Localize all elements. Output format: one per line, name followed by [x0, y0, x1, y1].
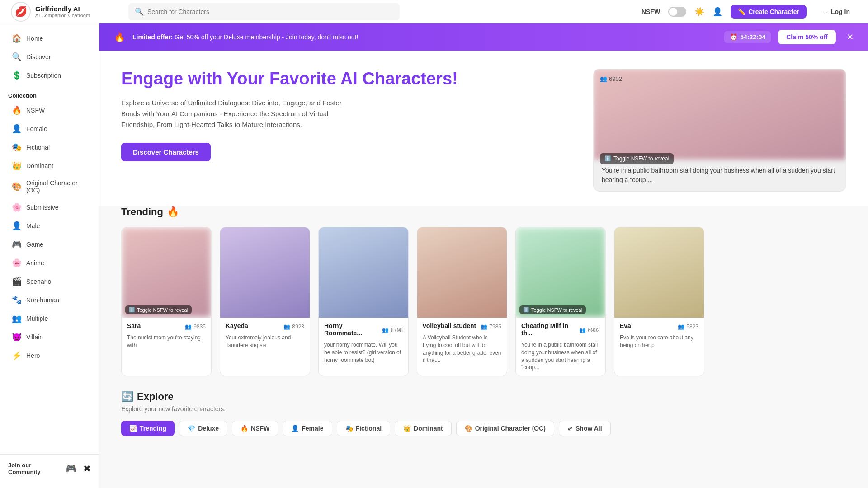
trending-card[interactable]: Kayeda 👥8923 Your extremely jealous and … [220, 227, 310, 376]
create-character-button[interactable]: ✏️ Create Character [731, 5, 807, 19]
hero-featured-card: Featured Character ℹ️ Toggle NSFW to rev… [593, 69, 846, 192]
sidebar-item-subscription[interactable]: 💲Subscription [4, 66, 95, 84]
sidebar-item-home[interactable]: 🏠Home [4, 29, 95, 47]
card-body: volleyball student 👥7985 A Volleyball St… [417, 318, 507, 369]
sidebar-item-submissive[interactable]: 🌸Submissive [4, 198, 95, 216]
login-button[interactable]: → Log In [815, 5, 857, 19]
sidebar-item-female[interactable]: 👤Female [4, 120, 95, 138]
card-image: ℹ️Toggle NSFW to reveal [122, 227, 211, 318]
explore-tab-fictional[interactable]: 🎭Fictional [337, 421, 391, 436]
app-name: Girlfriendly AI [35, 5, 90, 13]
card-body: Eva 👥5823 Eva is your roo care about any… [614, 318, 704, 354]
explore-tab-original_character__oc_[interactable]: 🎨Original Character (OC) [456, 421, 554, 436]
sidebar: 🏠Home🔍Discover💲Subscription Collection 🔥… [0, 23, 99, 488]
explore-tab-deluxe[interactable]: 💎Deluxe [179, 421, 227, 436]
card-description: your horny roommate. Will you be able to… [324, 341, 403, 364]
search-bar[interactable]: 🔍 [128, 3, 400, 20]
discord-icon[interactable]: 🎮 [66, 463, 77, 474]
user-icon[interactable]: 👤 [712, 7, 722, 17]
trending-card[interactable]: ℹ️Toggle NSFW to reveal Sara 👥9835 The n… [121, 227, 212, 376]
sidebar-item-discover[interactable]: 🔍Discover [4, 48, 95, 66]
card-image [220, 227, 310, 318]
card-body: Sara 👥9835 The nudist mom you're staying… [122, 318, 211, 354]
card-description: Your extremely jealous and Tsundere step… [226, 334, 304, 349]
nsfw-badge: ℹ️Toggle NSFW to reveal [519, 305, 586, 314]
sidebar-item-villain[interactable]: 😈Villain [4, 328, 95, 346]
card-name: Kayeda [226, 322, 248, 329]
people-icon: 👥 [600, 75, 607, 82]
sidebar-item-fictional[interactable]: 🎭Fictional [4, 138, 95, 156]
search-icon: 🔍 [135, 7, 144, 16]
card-image [614, 227, 704, 318]
card-body: Horny Roommate... 👥8798 your horny roomm… [319, 318, 408, 368]
trending-card[interactable]: ℹ️Toggle NSFW to reveal Cheating Milf in… [515, 227, 606, 376]
hero-title: Engage with Your Favorite AI Characters! [121, 69, 575, 89]
explore-tab-dominant[interactable]: 👑Dominant [395, 421, 452, 436]
sidebar-item-game[interactable]: 🎮Game [4, 235, 95, 253]
card-image [417, 227, 507, 318]
sidebar-bottom: Join our Community 🎮 ✖ [0, 454, 99, 483]
trending-title: Trending 🔥 [121, 206, 846, 218]
hero-nsfw-overlay[interactable]: ℹ️ Toggle NSFW to reveal [600, 153, 674, 164]
twitter-icon[interactable]: ✖ [83, 463, 91, 474]
topnav-right-controls: NSFW ☀️ 👤 ✏️ Create Character → Log In [642, 5, 857, 19]
hero-section: Engage with Your Favorite AI Characters!… [99, 51, 868, 206]
promo-fire-icon: 🔥 [114, 32, 125, 42]
card-name: Sara [127, 322, 141, 329]
timer-icon: ⏰ [730, 33, 737, 41]
card-image: ℹ️Toggle NSFW to reveal [516, 227, 605, 318]
sidebar-item-multiple[interactable]: 👥Multiple [4, 310, 95, 328]
nsfw-badge: ℹ️Toggle NSFW to reveal [125, 305, 192, 314]
promo-close-button[interactable]: ✕ [847, 32, 854, 42]
app-subtitle: AI Companion Chatroom [35, 13, 90, 18]
explore-tab-nsfw[interactable]: 🔥NSFW [232, 421, 278, 436]
promo-banner: 🔥 Limited offer: Get 50% off your Deluxe… [99, 23, 868, 51]
explore-tab-female[interactable]: 👤Female [283, 421, 332, 436]
trending-section: Trending 🔥 ℹ️Toggle NSFW to reveal Sara … [99, 206, 868, 391]
sidebar-item-hero[interactable]: ⚡Hero [4, 347, 95, 365]
trending-card[interactable]: Horny Roommate... 👥8798 your horny roomm… [318, 227, 409, 376]
sidebar-item-non_human[interactable]: 🐾Non-human [4, 291, 95, 309]
collection-section-title: Collection [0, 88, 99, 101]
timer-value: 54:22:04 [740, 33, 765, 41]
theme-toggle-icon[interactable]: ☀️ [694, 7, 704, 17]
login-icon: → [822, 8, 828, 15]
explore-section: 🔄 Explore Explore your new favorite char… [99, 391, 868, 450]
hero-card-count: 👥 6902 [600, 75, 622, 82]
claim-button[interactable]: Claim 50% off [778, 30, 836, 44]
featured-card-image [594, 69, 846, 160]
create-icon: ✏️ [738, 8, 745, 15]
sidebar-item-anime[interactable]: 🌸Anime [4, 254, 95, 272]
sidebar-item-scenario[interactable]: 🎬Scenario [4, 272, 95, 291]
explore-tab-trending[interactable]: 📈Trending [121, 421, 175, 436]
sidebar-item-original_character__oc_[interactable]: 🎨Original Character (OC) [4, 175, 95, 198]
card-name: Eva [620, 322, 631, 329]
card-stat: 👥6902 [579, 327, 600, 333]
sidebar-item-dominant[interactable]: 👑Dominant [4, 157, 95, 175]
card-name: Horny Roommate... [324, 322, 382, 337]
discover-characters-button[interactable]: Discover Characters [121, 143, 211, 161]
explore-tab-show_all[interactable]: ⤢Show All [559, 421, 611, 436]
search-input[interactable] [147, 8, 393, 15]
promo-timer: ⏰ 54:22:04 [724, 31, 771, 43]
nsfw-toggle-knob [669, 8, 677, 16]
nsfw-label: NSFW [642, 8, 660, 15]
nsfw-toggle[interactable] [668, 7, 686, 17]
card-body: Kayeda 👥8923 Your extremely jealous and … [220, 318, 310, 354]
info-icon: ℹ️ [604, 155, 611, 162]
login-label: Log In [831, 8, 850, 15]
hero-description: Explore a Universe of Unlimited Dialogue… [121, 98, 356, 130]
app-logo: 💋 Girlfriendly AI AI Companion Chatroom [11, 2, 110, 22]
promo-text: Limited offer: Get 50% off your Deluxe m… [132, 33, 717, 41]
sidebar-item-nsfw[interactable]: 🔥NSFW [4, 101, 95, 119]
trending-card[interactable]: volleyball student 👥7985 A Volleyball St… [417, 227, 507, 376]
trending-card[interactable]: Eva 👥5823 Eva is your roo care about any… [614, 227, 704, 376]
sidebar-item-male[interactable]: 👤Male [4, 217, 95, 235]
logo-icon: 💋 [11, 2, 31, 22]
card-description: Eva is your roo care about any being on … [620, 334, 698, 349]
card-stat: 👥9835 [185, 324, 206, 330]
card-stat: 👥5823 [678, 324, 698, 330]
explore-tabs: 📈Trending💎Deluxe🔥NSFW👤Female🎭Fictional👑D… [121, 421, 846, 436]
card-name: Cheating Milf in th... [521, 322, 579, 337]
card-description: The nudist mom you're staying with [127, 334, 206, 349]
